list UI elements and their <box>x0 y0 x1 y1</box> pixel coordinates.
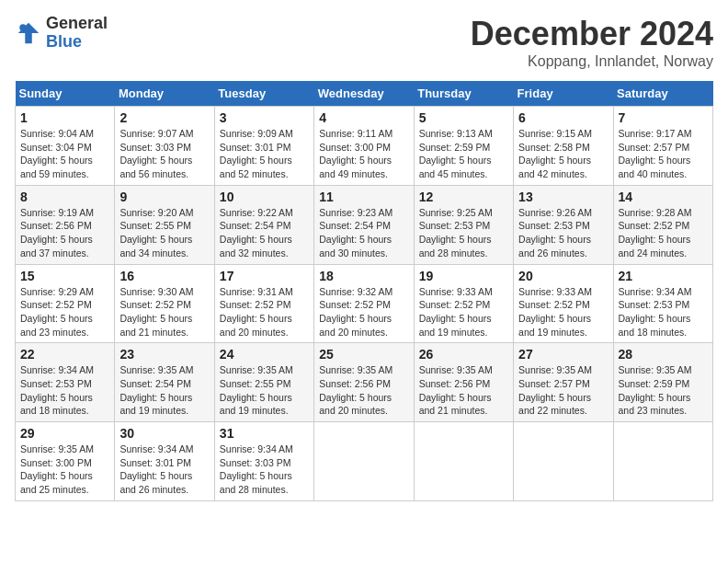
calendar-cell: 23Sunrise: 9:35 AMSunset: 2:54 PMDayligh… <box>115 343 214 422</box>
day-number: 27 <box>518 347 608 362</box>
day-detail: Sunrise: 9:17 AMSunset: 2:57 PMDaylight:… <box>619 127 708 181</box>
week-row-4: 22Sunrise: 9:34 AMSunset: 2:53 PMDayligh… <box>16 343 713 422</box>
day-detail: Sunrise: 9:32 AMSunset: 2:52 PMDaylight:… <box>319 285 408 339</box>
day-detail: Sunrise: 9:20 AMSunset: 2:55 PMDaylight:… <box>119 206 209 260</box>
day-number: 15 <box>20 269 109 283</box>
day-detail: Sunrise: 9:11 AMSunset: 3:00 PMDaylight:… <box>319 127 408 181</box>
day-detail: Sunrise: 9:33 AMSunset: 2:52 PMDaylight:… <box>518 285 608 339</box>
day-number: 16 <box>119 269 209 283</box>
calendar-cell: 14Sunrise: 9:28 AMSunset: 2:52 PMDayligh… <box>613 185 712 264</box>
day-number: 5 <box>419 110 508 125</box>
weekday-header-saturday: Saturday <box>613 81 712 107</box>
weekday-header-row: SundayMondayTuesdayWednesdayThursdayFrid… <box>16 81 713 107</box>
calendar-cell: 19Sunrise: 9:33 AMSunset: 2:52 PMDayligh… <box>414 264 513 343</box>
calendar-cell: 3Sunrise: 9:09 AMSunset: 3:01 PMDaylight… <box>214 107 313 186</box>
calendar-cell: 5Sunrise: 9:13 AMSunset: 2:59 PMDaylight… <box>414 107 513 186</box>
calendar-cell: 22Sunrise: 9:34 AMSunset: 2:53 PMDayligh… <box>16 343 115 422</box>
day-number: 13 <box>518 190 608 204</box>
calendar-cell: 28Sunrise: 9:35 AMSunset: 2:59 PMDayligh… <box>613 343 712 422</box>
day-detail: Sunrise: 9:33 AMSunset: 2:52 PMDaylight:… <box>419 285 508 339</box>
day-detail: Sunrise: 9:19 AMSunset: 2:56 PMDaylight:… <box>20 206 109 260</box>
calendar-cell: 20Sunrise: 9:33 AMSunset: 2:52 PMDayligh… <box>514 264 613 343</box>
day-number: 11 <box>319 190 408 204</box>
day-detail: Sunrise: 9:35 AMSunset: 2:56 PMDaylight:… <box>419 363 508 418</box>
day-number: 20 <box>518 269 608 283</box>
day-number: 30 <box>119 426 209 441</box>
day-detail: Sunrise: 9:23 AMSunset: 2:54 PMDaylight:… <box>319 206 408 260</box>
day-number: 19 <box>419 269 508 283</box>
calendar-cell: 26Sunrise: 9:35 AMSunset: 2:56 PMDayligh… <box>414 343 513 422</box>
month-title: December 2024 <box>471 15 713 53</box>
svg-point-0 <box>19 24 27 31</box>
day-number: 1 <box>20 110 109 125</box>
calendar-cell: 13Sunrise: 9:26 AMSunset: 2:53 PMDayligh… <box>514 185 613 264</box>
day-detail: Sunrise: 9:15 AMSunset: 2:58 PMDaylight:… <box>518 127 608 181</box>
logo-icon <box>15 19 42 47</box>
day-detail: Sunrise: 9:13 AMSunset: 2:59 PMDaylight:… <box>419 127 508 181</box>
calendar-cell: 10Sunrise: 9:22 AMSunset: 2:54 PMDayligh… <box>214 185 313 264</box>
title-area: December 2024 Koppang, Innlandet, Norway <box>471 15 713 70</box>
day-number: 14 <box>619 190 708 204</box>
day-number: 12 <box>419 190 508 204</box>
calendar-cell: 4Sunrise: 9:11 AMSunset: 3:00 PMDaylight… <box>314 107 414 186</box>
day-detail: Sunrise: 9:35 AMSunset: 2:57 PMDaylight:… <box>518 363 608 418</box>
day-detail: Sunrise: 9:31 AMSunset: 2:52 PMDaylight:… <box>220 285 309 339</box>
logo: General Blue <box>15 15 108 52</box>
week-row-1: 1Sunrise: 9:04 AMSunset: 3:04 PMDaylight… <box>16 107 713 186</box>
calendar-cell: 30Sunrise: 9:34 AMSunset: 3:01 PMDayligh… <box>115 422 214 501</box>
calendar-cell: 8Sunrise: 9:19 AMSunset: 2:56 PMDaylight… <box>16 185 115 264</box>
day-detail: Sunrise: 9:34 AMSunset: 2:53 PMDaylight:… <box>619 285 708 339</box>
day-number: 21 <box>619 269 708 283</box>
day-number: 2 <box>119 110 209 125</box>
day-number: 7 <box>619 110 708 125</box>
calendar-cell: 27Sunrise: 9:35 AMSunset: 2:57 PMDayligh… <box>514 343 613 422</box>
calendar-cell: 6Sunrise: 9:15 AMSunset: 2:58 PMDaylight… <box>514 107 613 186</box>
calendar-cell: 18Sunrise: 9:32 AMSunset: 2:52 PMDayligh… <box>314 264 414 343</box>
logo-general-text: General <box>46 15 108 33</box>
day-detail: Sunrise: 9:35 AMSunset: 2:59 PMDaylight:… <box>619 363 708 418</box>
week-row-2: 8Sunrise: 9:19 AMSunset: 2:56 PMDaylight… <box>16 185 713 264</box>
day-number: 29 <box>20 426 109 441</box>
calendar-cell <box>314 422 414 501</box>
day-number: 31 <box>220 426 309 441</box>
week-row-5: 29Sunrise: 9:35 AMSunset: 3:00 PMDayligh… <box>16 422 713 501</box>
calendar-cell: 1Sunrise: 9:04 AMSunset: 3:04 PMDaylight… <box>16 107 115 186</box>
day-detail: Sunrise: 9:34 AMSunset: 2:53 PMDaylight:… <box>20 363 109 418</box>
day-detail: Sunrise: 9:26 AMSunset: 2:53 PMDaylight:… <box>518 206 608 260</box>
day-detail: Sunrise: 9:04 AMSunset: 3:04 PMDaylight:… <box>20 127 109 181</box>
weekday-header-wednesday: Wednesday <box>314 81 414 107</box>
calendar-cell: 25Sunrise: 9:35 AMSunset: 2:56 PMDayligh… <box>314 343 414 422</box>
day-detail: Sunrise: 9:22 AMSunset: 2:54 PMDaylight:… <box>220 206 309 260</box>
weekday-header-monday: Monday <box>115 81 214 107</box>
day-detail: Sunrise: 9:30 AMSunset: 2:52 PMDaylight:… <box>119 285 209 339</box>
day-detail: Sunrise: 9:28 AMSunset: 2:52 PMDaylight:… <box>619 206 708 260</box>
day-detail: Sunrise: 9:07 AMSunset: 3:03 PMDaylight:… <box>119 127 209 181</box>
calendar-cell: 9Sunrise: 9:20 AMSunset: 2:55 PMDaylight… <box>115 185 214 264</box>
day-number: 18 <box>319 269 408 283</box>
weekday-header-tuesday: Tuesday <box>214 81 313 107</box>
calendar-cell: 2Sunrise: 9:07 AMSunset: 3:03 PMDaylight… <box>115 107 214 186</box>
calendar-cell: 16Sunrise: 9:30 AMSunset: 2:52 PMDayligh… <box>115 264 214 343</box>
weekday-header-sunday: Sunday <box>16 81 115 107</box>
day-detail: Sunrise: 9:09 AMSunset: 3:01 PMDaylight:… <box>220 127 309 181</box>
calendar-cell: 15Sunrise: 9:29 AMSunset: 2:52 PMDayligh… <box>16 264 115 343</box>
weekday-header-thursday: Thursday <box>414 81 513 107</box>
day-detail: Sunrise: 9:35 AMSunset: 2:55 PMDaylight:… <box>220 363 309 418</box>
day-detail: Sunrise: 9:35 AMSunset: 3:00 PMDaylight:… <box>20 442 109 497</box>
day-number: 25 <box>319 347 408 362</box>
calendar-cell: 12Sunrise: 9:25 AMSunset: 2:53 PMDayligh… <box>414 185 513 264</box>
day-detail: Sunrise: 9:29 AMSunset: 2:52 PMDaylight:… <box>20 285 109 339</box>
day-detail: Sunrise: 9:34 AMSunset: 3:03 PMDaylight:… <box>220 442 309 497</box>
day-number: 26 <box>419 347 508 362</box>
calendar-cell <box>514 422 613 501</box>
calendar-cell <box>613 422 712 501</box>
week-row-3: 15Sunrise: 9:29 AMSunset: 2:52 PMDayligh… <box>16 264 713 343</box>
logo-text: General Blue <box>46 15 108 52</box>
day-number: 6 <box>518 110 608 125</box>
calendar-cell: 7Sunrise: 9:17 AMSunset: 2:57 PMDaylight… <box>613 107 712 186</box>
weekday-header-friday: Friday <box>514 81 613 107</box>
logo-blue-text: Blue <box>46 33 108 52</box>
header: General Blue December 2024 Koppang, Innl… <box>15 15 713 70</box>
day-detail: Sunrise: 9:35 AMSunset: 2:54 PMDaylight:… <box>119 363 209 418</box>
day-number: 23 <box>119 347 209 362</box>
